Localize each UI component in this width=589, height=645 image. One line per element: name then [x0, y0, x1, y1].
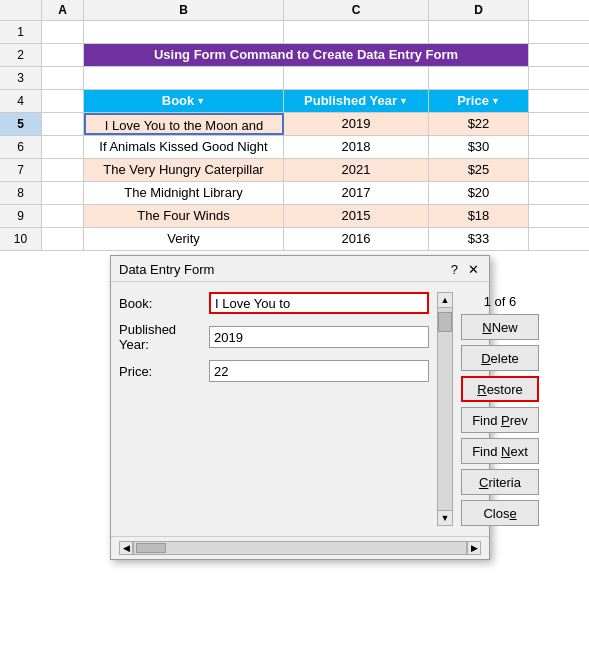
cell-year-7[interactable]: 2021	[284, 159, 429, 181]
cell-book-7[interactable]: The Very Hungry Caterpillar	[84, 159, 284, 181]
cell-a9[interactable]	[42, 205, 84, 227]
book-input[interactable]	[209, 292, 429, 314]
cell-b1[interactable]	[84, 21, 284, 43]
h-scroll-track[interactable]	[133, 541, 467, 555]
cell-a8[interactable]	[42, 182, 84, 204]
cell-a6[interactable]	[42, 136, 84, 158]
table-row: 8 The Midnight Library 2017 $20	[0, 182, 589, 205]
book-label: Book:	[119, 296, 209, 311]
close-button[interactable]: Close	[461, 500, 539, 526]
scroll-track[interactable]	[437, 308, 453, 510]
help-button[interactable]: ?	[449, 262, 460, 277]
delete-button[interactable]: Delete	[461, 345, 539, 371]
cell-year-6[interactable]: 2018	[284, 136, 429, 158]
row-number: 1	[0, 21, 42, 43]
cell-a2[interactable]	[42, 44, 84, 66]
col-year-label: Published Year	[304, 90, 397, 112]
cell-b3[interactable]	[84, 67, 284, 89]
column-headers: A B C D	[0, 0, 589, 21]
price-field-row: Price:	[119, 360, 429, 382]
year-input[interactable]	[209, 326, 429, 348]
row-number: 6	[0, 136, 42, 158]
row-number: 10	[0, 228, 42, 250]
cell-price-9[interactable]: $18	[429, 205, 529, 227]
col-header-c: C	[284, 0, 429, 20]
cell-price-10[interactable]: $33	[429, 228, 529, 250]
table-row: 1	[0, 21, 589, 44]
filter-icon-price[interactable]: ▼	[491, 90, 500, 112]
title-row: 2 Using Form Command to Create Data Entr…	[0, 44, 589, 67]
h-scroll-left-arrow[interactable]: ◀	[119, 541, 133, 555]
col-price-header[interactable]: Price ▼	[429, 90, 529, 112]
row-number: 8	[0, 182, 42, 204]
year-label: Published Year:	[119, 322, 209, 352]
vertical-scrollbar[interactable]: ▲ ▼	[437, 292, 453, 526]
cell-book-5[interactable]: I Love You to the Moon and Back	[84, 113, 284, 135]
restore-button[interactable]: Restore	[461, 376, 539, 402]
cell-year-8[interactable]: 2017	[284, 182, 429, 204]
cell-d1[interactable]	[429, 21, 529, 43]
cell-book-10[interactable]: Verity	[84, 228, 284, 250]
cell-a10[interactable]	[42, 228, 84, 250]
cell-book-9[interactable]: The Four Winds	[84, 205, 284, 227]
cell-year-9[interactable]: 2015	[284, 205, 429, 227]
row-number: 3	[0, 67, 42, 89]
cell-a4[interactable]	[42, 90, 84, 112]
cell-book-8[interactable]: The Midnight Library	[84, 182, 284, 204]
cell-d3[interactable]	[429, 67, 529, 89]
col-header-b: B	[84, 0, 284, 20]
table-row: 3	[0, 67, 589, 90]
cell-year-5[interactable]: 2019	[284, 113, 429, 135]
dialog-footer: ◀ ▶	[111, 536, 489, 559]
table-header-row: 4 Book ▼ Published Year ▼ Price ▼	[0, 90, 589, 113]
cell-c3[interactable]	[284, 67, 429, 89]
col-header-a: A	[42, 0, 84, 20]
price-input[interactable]	[209, 360, 429, 382]
cell-price-5[interactable]: $22	[429, 113, 529, 135]
filter-icon-year[interactable]: ▼	[399, 90, 408, 112]
scroll-down-arrow[interactable]: ▼	[437, 510, 453, 526]
data-rows: 5 I Love You to the Moon and Back 2019 $…	[0, 113, 589, 251]
col-book-label: Book	[162, 90, 195, 112]
criteria-button[interactable]: Criteria	[461, 469, 539, 495]
cell-a1[interactable]	[42, 21, 84, 43]
row-number: 7	[0, 159, 42, 181]
scroll-up-arrow[interactable]: ▲	[437, 292, 453, 308]
cell-a7[interactable]	[42, 159, 84, 181]
find-next-button[interactable]: Find Next	[461, 438, 539, 464]
cell-price-8[interactable]: $20	[429, 182, 529, 204]
table-row: 5 I Love You to the Moon and Back 2019 $…	[0, 113, 589, 136]
cell-price-6[interactable]: $30	[429, 136, 529, 158]
cell-book-6[interactable]: If Animals Kissed Good Night	[84, 136, 284, 158]
cell-year-10[interactable]: 2016	[284, 228, 429, 250]
row-number: 4	[0, 90, 42, 112]
table-row: 7 The Very Hungry Caterpillar 2021 $25	[0, 159, 589, 182]
row-number: 5	[0, 113, 42, 135]
filter-icon-book[interactable]: ▼	[196, 90, 205, 112]
price-label: Price:	[119, 364, 209, 379]
close-icon-button[interactable]: ✕	[466, 262, 481, 277]
dialog-titlebar: Data Entry Form ? ✕	[111, 256, 489, 282]
col-book-header[interactable]: Book ▼	[84, 90, 284, 112]
cell-c1[interactable]	[284, 21, 429, 43]
dialog-body: Book: Published Year: Price: ▲ ▼ 1	[111, 282, 489, 536]
cell-a5[interactable]	[42, 113, 84, 135]
h-scroll-right-arrow[interactable]: ▶	[467, 541, 481, 555]
data-entry-dialog: Data Entry Form ? ✕ Book: Published Year…	[110, 255, 490, 560]
col-header-d: D	[429, 0, 529, 20]
new-button[interactable]: NNew	[461, 314, 539, 340]
table-row: 10 Verity 2016 $33	[0, 228, 589, 251]
col-year-header[interactable]: Published Year ▼	[284, 90, 429, 112]
row-number: 2	[0, 44, 42, 66]
dialog-controls: ? ✕	[449, 262, 481, 277]
cell-price-7[interactable]: $25	[429, 159, 529, 181]
dialog-buttons: 1 of 6 NNew Delete Restore Find Prev Fin…	[461, 292, 539, 526]
find-prev-button[interactable]: Find Prev	[461, 407, 539, 433]
spreadsheet: A B C D 1 2 Using Form Command to Create…	[0, 0, 589, 251]
corner-header	[0, 0, 42, 20]
table-row: 6 If Animals Kissed Good Night 2018 $30	[0, 136, 589, 159]
scroll-thumb[interactable]	[438, 312, 452, 332]
cell-a3[interactable]	[42, 67, 84, 89]
year-field-row: Published Year:	[119, 322, 429, 352]
h-scroll-thumb[interactable]	[136, 543, 166, 553]
